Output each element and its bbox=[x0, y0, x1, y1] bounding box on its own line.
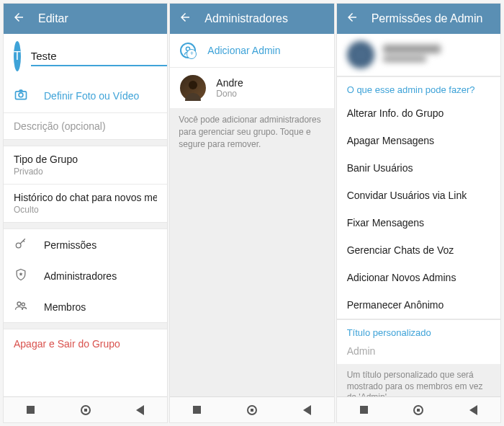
admin-name: Andre bbox=[216, 77, 243, 89]
custom-title-label: Título personalizado bbox=[337, 320, 500, 342]
back-icon[interactable] bbox=[346, 11, 359, 27]
nav-back-icon[interactable] bbox=[303, 405, 311, 415]
svg-point-6 bbox=[189, 81, 197, 89]
nav-home-icon[interactable] bbox=[413, 405, 423, 415]
svg-point-1 bbox=[19, 93, 23, 97]
perm-pin-messages[interactable]: Fixar Mensagens bbox=[337, 209, 500, 236]
nav-back-icon[interactable] bbox=[469, 405, 477, 415]
header-title: Administradores bbox=[204, 12, 288, 25]
perm-add-admins[interactable]: Adicionar Novos Admins bbox=[337, 264, 500, 291]
admin-help-text: Você pode adicionar administradores para… bbox=[170, 108, 333, 396]
header-title: Editar bbox=[38, 12, 68, 25]
android-navbar bbox=[170, 396, 333, 422]
admin-avatar bbox=[180, 75, 206, 101]
admin-role: Dono bbox=[216, 89, 243, 99]
svg-point-4 bbox=[22, 303, 24, 306]
delete-leave-button[interactable]: Apagar e Sair do Grupo bbox=[4, 329, 167, 358]
perm-manage-voice[interactable]: Gerenciar Chats de Voz bbox=[337, 236, 500, 264]
camera-icon bbox=[14, 87, 28, 104]
admin-list-item[interactable]: Andre Dono bbox=[170, 68, 333, 108]
group-avatar[interactable]: T bbox=[14, 41, 21, 71]
android-navbar bbox=[337, 396, 500, 422]
back-icon[interactable] bbox=[12, 11, 25, 27]
members-row[interactable]: Membros bbox=[4, 291, 167, 322]
administrators-label: Administradores bbox=[44, 270, 117, 282]
selected-admin-status bbox=[383, 56, 426, 62]
group-name-row: T bbox=[4, 34, 167, 79]
svg-point-2 bbox=[16, 243, 21, 248]
screen-admin-permissions: Permissões de Admin O que esse admin pod… bbox=[336, 3, 501, 423]
members-label: Membros bbox=[44, 301, 86, 313]
nav-back-icon[interactable] bbox=[136, 405, 144, 415]
android-navbar bbox=[4, 396, 167, 422]
back-icon[interactable] bbox=[179, 11, 192, 27]
chat-history-row[interactable]: Histórico do chat para novos membros Ocu… bbox=[4, 185, 167, 222]
svg-point-5 bbox=[186, 47, 190, 50]
perms-section-title: O que esse admin pode fazer? bbox=[337, 77, 500, 99]
group-type-row[interactable]: Tipo de Grupo Privado bbox=[4, 146, 167, 184]
group-type-label: Tipo de Grupo bbox=[14, 154, 157, 165]
set-photo-button[interactable]: Definir Foto ou Vídeo bbox=[4, 79, 167, 112]
perm-ban-users[interactable]: Banir Usuários bbox=[337, 154, 500, 182]
members-icon bbox=[14, 298, 28, 315]
shield-icon bbox=[14, 267, 28, 284]
perm-invite-link[interactable]: Convidar Usuários via Link bbox=[337, 182, 500, 209]
perm-delete-messages[interactable]: Apagar Mensagens bbox=[337, 127, 500, 154]
group-type-value: Privado bbox=[14, 167, 157, 177]
add-admin-icon bbox=[180, 43, 196, 58]
admins-content: Adicionar Admin Andre Dono Você pode adi… bbox=[170, 34, 333, 396]
header-perms: Permissões de Admin bbox=[337, 4, 500, 34]
edit-content: T Definir Foto ou Vídeo Descrição (opcio… bbox=[4, 34, 167, 396]
chat-history-value: Oculto bbox=[14, 205, 157, 215]
nav-recent-icon[interactable] bbox=[360, 406, 368, 414]
permissions-label: Permissões bbox=[44, 239, 96, 251]
header-admins: Administradores bbox=[170, 4, 333, 34]
header-title: Permissões de Admin bbox=[372, 12, 483, 25]
chat-history-label: Histórico do chat para novos membros bbox=[14, 192, 157, 203]
nav-recent-icon[interactable] bbox=[193, 406, 201, 414]
screen-administrators: Administradores Adicionar Admin Andre Do… bbox=[169, 3, 334, 423]
nav-home-icon[interactable] bbox=[81, 405, 91, 415]
selected-admin-row[interactable] bbox=[337, 34, 500, 76]
perms-content: O que esse admin pode fazer? Alterar Inf… bbox=[337, 34, 500, 396]
description-input[interactable]: Descrição (opcional) bbox=[4, 113, 167, 139]
nav-recent-icon[interactable] bbox=[27, 406, 35, 414]
administrators-row[interactable]: Administradores bbox=[4, 260, 167, 291]
selected-admin-name bbox=[383, 45, 441, 53]
set-photo-label: Definir Foto ou Vídeo bbox=[44, 90, 139, 102]
permissions-row[interactable]: Permissões bbox=[4, 229, 167, 260]
svg-point-3 bbox=[17, 302, 21, 306]
group-name-input[interactable] bbox=[31, 47, 168, 66]
perm-anonymous[interactable]: Permanecer Anônimo bbox=[337, 291, 500, 319]
selected-admin-avatar bbox=[347, 41, 374, 68]
header-edit: Editar bbox=[4, 4, 167, 34]
key-icon bbox=[14, 236, 28, 253]
add-admin-button[interactable]: Adicionar Admin bbox=[170, 34, 333, 67]
perm-change-info[interactable]: Alterar Info. do Grupo bbox=[337, 99, 500, 127]
screen-edit-group: Editar T Definir Foto ou Vídeo Descrição… bbox=[3, 3, 168, 423]
add-admin-label: Adicionar Admin bbox=[207, 45, 280, 56]
custom-title-footnote: Um título personalizado que será mostrad… bbox=[337, 364, 500, 396]
custom-title-input[interactable]: Admin bbox=[337, 342, 500, 364]
nav-home-icon[interactable] bbox=[247, 405, 257, 415]
